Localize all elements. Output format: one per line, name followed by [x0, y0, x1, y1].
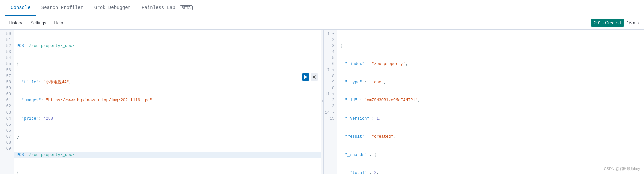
- tab-search-profiler[interactable]: Search Profiler: [36, 0, 89, 16]
- line-num-50: 50: [0, 31, 14, 37]
- code-line-54: "price": 4288: [14, 116, 321, 122]
- rline-num-3: 3: [324, 43, 337, 49]
- rline-num-7: 7 ▾: [324, 67, 337, 73]
- rcode-line-5: "_version" : 1,: [337, 116, 644, 122]
- rline-num-14: 14 ▾: [324, 110, 337, 116]
- watermark: CSDN @召田最帅boy: [604, 166, 640, 171]
- line-num-51: 51: [0, 37, 14, 43]
- top-nav: Console Search Profiler Grok Debugger Pa…: [0, 0, 644, 16]
- rline-num-13: 13: [324, 103, 337, 110]
- line-num-59: 59: [0, 85, 14, 91]
- rcode-line-8: "total" : 2,: [337, 170, 644, 174]
- tab-painless-lab[interactable]: Painless Lab BETA: [136, 0, 198, 16]
- line-num-54: 54: [0, 55, 14, 61]
- code-line-52: "title": "小米电视4A",: [14, 79, 321, 85]
- panel-divider[interactable]: ⋮: [321, 30, 324, 174]
- code-line-50: POST /zou-property/_doc/: [14, 43, 321, 49]
- rcode-line-1: {: [337, 43, 644, 49]
- code-line-57: {: [14, 170, 321, 174]
- action-icons: [302, 73, 318, 81]
- rline-num-5: 5: [324, 55, 337, 61]
- line-num-64: 64: [0, 116, 14, 122]
- right-line-numbers: 1 ▾ 2 3 4 5 6 7 ▾ 8 9 10 11 ▾ 12 13 14 ▾…: [324, 30, 338, 174]
- svg-marker-0: [304, 75, 307, 79]
- line-num-57: 57: [0, 73, 14, 79]
- line-num-62: 62: [0, 103, 14, 110]
- line-num-63: 63: [0, 110, 14, 116]
- right-code-content[interactable]: { "_index" : "zou-property", "_type" : "…: [337, 30, 644, 174]
- rline-num-11: 11 ▾: [324, 91, 337, 97]
- rline-num-8: 8: [324, 73, 337, 79]
- line-num-69: 69: [0, 146, 14, 152]
- help-button[interactable]: Help: [51, 19, 66, 27]
- left-code-content[interactable]: POST /zou-property/_doc/ { "title": "小米电…: [14, 30, 321, 174]
- rcode-line-6: "result" : "created",: [337, 134, 644, 140]
- rline-num-4: 4: [324, 49, 337, 55]
- left-panel: 50 51 52 53 54 55 56 57 58 59 60 61 62 6…: [0, 30, 321, 174]
- history-button[interactable]: History: [5, 19, 25, 27]
- line-num-58: 58: [0, 79, 14, 85]
- line-num-65: 65: [0, 122, 14, 128]
- tab-painless-lab-label: Painless Lab: [142, 5, 175, 10]
- line-num-67: 67: [0, 134, 14, 140]
- code-line-51: {: [14, 61, 321, 67]
- beta-badge: BETA: [180, 5, 192, 10]
- line-num-55: 55: [0, 61, 14, 67]
- rcode-line-3: "_type" : "_doc",: [337, 79, 644, 85]
- rline-num-15: 15: [324, 116, 337, 122]
- rline-num-2: 2: [324, 37, 337, 43]
- line-num-52: 52: [0, 43, 14, 49]
- status-code: 201 - Created: [591, 19, 624, 27]
- secondary-toolbar: History Settings Help 201 - Created 16 m…: [0, 16, 644, 30]
- status-time: 16 ms: [627, 20, 639, 25]
- tab-console[interactable]: Console: [5, 0, 36, 16]
- rline-num-10: 10: [324, 85, 337, 91]
- rcode-line-4: "_id" : "omZSM30Blzc9MoEANIR1",: [337, 97, 644, 103]
- line-num-56: 56: [0, 67, 14, 73]
- code-line-56: POST /zou-property/_doc/: [14, 152, 321, 158]
- rline-num-6: 6: [324, 61, 337, 67]
- rcode-line-2: "_index" : "zou-property",: [337, 61, 644, 67]
- rline-num-9: 9: [324, 79, 337, 85]
- line-num-53: 53: [0, 49, 14, 55]
- editor-area: 50 51 52 53 54 55 56 57 58 59 60 61 62 6…: [0, 30, 644, 174]
- line-num-66: 66: [0, 128, 14, 134]
- code-line-53: "images": "https://www.hqxiaozou.top/img…: [14, 97, 321, 103]
- left-line-numbers: 50 51 52 53 54 55 56 57 58 59 60 61 62 6…: [0, 30, 14, 174]
- line-num-68: 68: [0, 140, 14, 146]
- line-num-60: 60: [0, 91, 14, 97]
- tab-grok-debugger[interactable]: Grok Debugger: [89, 0, 136, 16]
- rline-num-12: 12: [324, 97, 337, 103]
- toolbar-left: History Settings Help: [5, 19, 66, 27]
- rcode-line-7: "_shards" : {: [337, 152, 644, 158]
- line-num-61: 61: [0, 97, 14, 103]
- right-panel: 1 ▾ 2 3 4 5 6 7 ▾ 8 9 10 11 ▾ 12 13 14 ▾…: [324, 30, 644, 174]
- wrench-button[interactable]: [311, 73, 318, 81]
- run-button[interactable]: [302, 73, 309, 81]
- status-badge: 201 - Created 16 ms: [591, 19, 639, 27]
- settings-button[interactable]: Settings: [27, 19, 49, 27]
- rline-num-1: 1 ▾: [324, 31, 337, 37]
- code-line-55: }: [14, 134, 321, 140]
